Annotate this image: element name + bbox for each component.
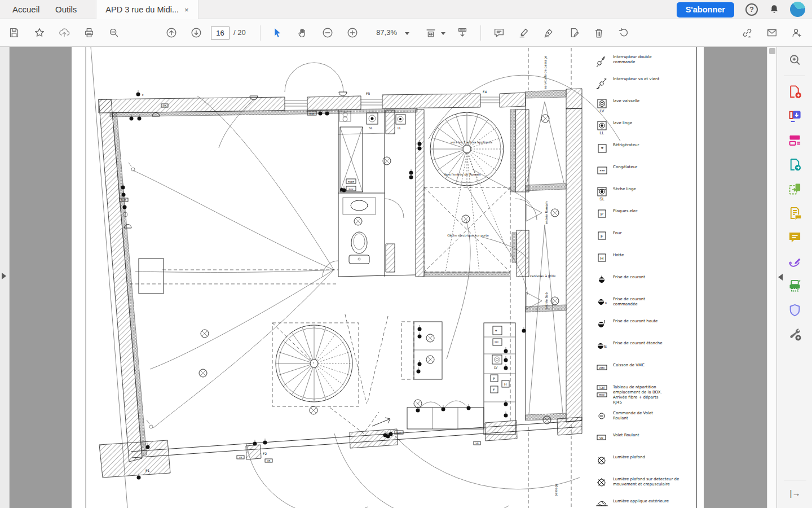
email-button[interactable] [765, 27, 779, 40]
tool-comment[interactable] [783, 227, 806, 247]
legend-label: Prise de courant [613, 274, 645, 280]
menu-accueil[interactable]: Accueil [5, 0, 47, 19]
legend-item: HHotte [595, 252, 696, 269]
svg-text:TGBT: TGBT [599, 387, 606, 389]
fit-width-button[interactable] [424, 27, 438, 40]
legend-label: Commande de Volet Roulant [613, 410, 653, 421]
highlighter-icon [518, 27, 530, 39]
tool-create-pdf[interactable] [783, 82, 806, 101]
next-page-button[interactable] [189, 27, 203, 40]
toolbar: 16 / 20 87,3% [0, 19, 812, 47]
protect-icon [787, 303, 802, 318]
edit-pdf-icon [787, 133, 802, 148]
plan-label-f2: F2 [263, 452, 267, 456]
zoom-out-button[interactable] [321, 27, 334, 40]
plan-label-four: F [493, 388, 495, 392]
collapse-tools-panel-icon[interactable] [778, 274, 783, 281]
menu-outils[interactable]: Outils [47, 0, 85, 19]
tool-fill-sign[interactable] [783, 252, 806, 271]
search-icon [108, 27, 120, 39]
expand-tools-panel-button[interactable]: |→ [784, 480, 806, 498]
sign-tool-button[interactable] [542, 27, 555, 40]
pen-nib-icon [542, 27, 555, 39]
notifications-bell-icon[interactable] [768, 3, 780, 16]
rotate-tool-button[interactable] [617, 27, 630, 40]
previous-page-button[interactable] [165, 27, 178, 40]
select-tool-button[interactable] [271, 27, 284, 40]
scrollbar-thumb[interactable] [769, 48, 775, 54]
highlight-tool-button[interactable] [517, 27, 531, 40]
create-pdf-icon [787, 84, 802, 99]
tools-panel: |→ [776, 47, 812, 508]
fit-width-icon [425, 27, 437, 39]
tab-close-icon[interactable]: × [184, 6, 189, 14]
print-button[interactable] [82, 27, 96, 40]
arrow-up-circle-icon [165, 27, 178, 39]
tool-more-tools[interactable] [783, 325, 806, 344]
document-tab[interactable]: APD 3 rue du Midi... × [96, 0, 198, 19]
open-left-pane-icon[interactable] [2, 273, 6, 279]
comment-tool-button[interactable] [492, 27, 506, 40]
fill-sign-icon [568, 27, 580, 39]
tool-request-signatures[interactable] [783, 203, 806, 222]
vertical-scrollbar[interactable] [767, 47, 776, 508]
save-button[interactable] [7, 27, 21, 40]
get-link-button[interactable] [740, 27, 754, 40]
page-number-input[interactable]: 16 [211, 27, 230, 40]
hand-tool-button[interactable] [296, 27, 310, 40]
plan-note-caniveau: caniveau à grille [530, 274, 556, 278]
tool-export-pdf[interactable] [783, 106, 806, 125]
fill-sign-tool-button[interactable] [567, 27, 581, 40]
plan-label-plaques: P [493, 376, 495, 380]
tool-combine-files[interactable] [783, 179, 806, 198]
fit-caret-icon[interactable] [441, 32, 445, 35]
subscribe-button[interactable]: S'abonner [677, 2, 734, 17]
svg-text:VMC: VMC [599, 366, 606, 370]
user-avatar[interactable] [790, 2, 805, 17]
legend-item: Lumière plafond sur detecteur de mouveme… [595, 476, 696, 493]
tool-share-pdf[interactable] [783, 155, 806, 174]
plan-label-hotte: H [504, 382, 507, 386]
delete-tool-button[interactable] [592, 27, 606, 40]
rotate-ccw-icon [617, 27, 630, 39]
legend-item: Interrupteur va et vient [595, 76, 696, 93]
tool-search-document[interactable] [783, 50, 806, 69]
combine-files-icon [787, 181, 802, 196]
legend-item: EPrise de courant étanche [595, 340, 696, 357]
tool-scan-ocr[interactable] [783, 276, 806, 295]
plan-note-passage: passage [554, 483, 558, 496]
tool-protect[interactable] [783, 300, 806, 319]
toolbar-separator [260, 25, 261, 41]
comment-icon [493, 27, 505, 39]
tool-edit-pdf[interactable] [783, 130, 806, 150]
share-with-others-button[interactable] [790, 27, 804, 40]
document-canvas[interactable]: RJ45RJ45RJ45VRVRVRVRTGBTBOX F5 F4 F1 F2 … [10, 47, 767, 508]
share-upload-button[interactable] [58, 27, 71, 40]
help-icon[interactable]: ? [745, 3, 758, 16]
page-scrolling-button[interactable] [456, 27, 469, 40]
zoom-in-button[interactable] [346, 27, 359, 40]
find-button[interactable] [107, 27, 121, 40]
legend-label: Lumière plafond [613, 454, 645, 460]
legend-item: PPlaques elec [595, 208, 696, 225]
plan-box-label: VR [163, 104, 166, 107]
legend-label: Prise de courant haute [613, 318, 657, 324]
legend-symbol-lv: LV [595, 98, 609, 115]
legend-item: SLSèche linge [595, 186, 696, 203]
svg-text:LL: LL [600, 131, 604, 135]
plan-box-label: RJ45 [121, 199, 127, 202]
document-tab-title: APD 3 rue du Midi... [105, 5, 179, 14]
fill-sign-icon [787, 254, 802, 269]
star-button[interactable] [33, 27, 46, 40]
legend-item: *Réfrigérateur [595, 142, 696, 159]
star-icon [33, 27, 46, 39]
trash-icon [593, 27, 605, 39]
zoom-caret-icon[interactable] [405, 32, 409, 35]
legend-label: Four [613, 230, 621, 236]
plus-circle-icon [346, 27, 359, 39]
legend-symbol-vmc: VMC [595, 362, 609, 379]
plan-note-servitude: servitude de passage [544, 55, 548, 89]
legend-item: LLlave linge [595, 120, 696, 137]
zoom-level-value[interactable]: 87,3% [372, 28, 397, 37]
plan-box-label: RJ45 [309, 112, 315, 115]
